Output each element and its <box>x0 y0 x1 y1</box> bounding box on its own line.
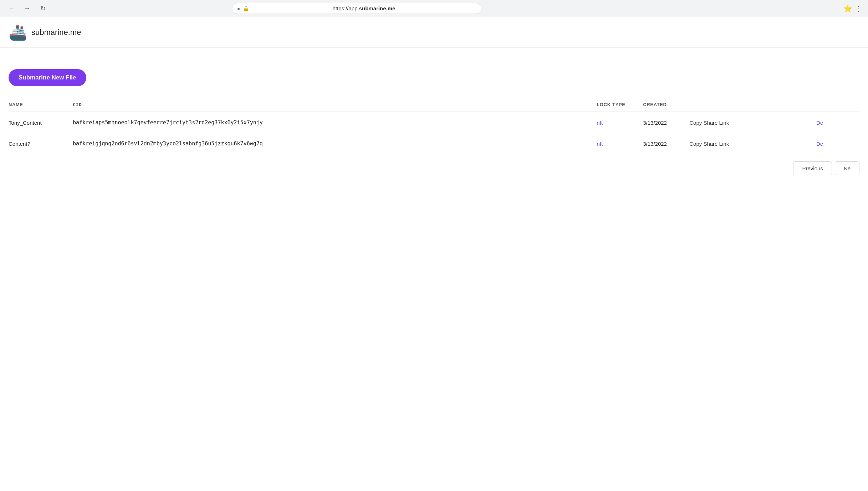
app-header: 🚢 submarine.me <box>0 17 868 48</box>
details-link-1[interactable]: De <box>816 141 823 147</box>
more-options-icon[interactable]: ⋮ <box>855 4 862 13</box>
back-button[interactable]: ← <box>6 3 17 14</box>
cell-details-1: De <box>811 133 859 154</box>
bookmark-star-icon[interactable]: ⭐ <box>843 4 852 13</box>
cell-locktype-1: nft <box>597 133 643 154</box>
details-link-0[interactable]: De <box>816 120 823 126</box>
table-row: Tony_Content bafkreiaps5mhnoeolk7qevfeer… <box>9 112 859 133</box>
table-body: Tony_Content bafkreiaps5mhnoeolk7qevfeer… <box>9 112 859 154</box>
lock-type-link-1[interactable]: nft <box>597 141 603 147</box>
col-header-actions <box>689 98 811 112</box>
cell-name-1: Content? <box>9 133 73 154</box>
lock-icon: 🔒 <box>243 6 249 11</box>
files-table: NAME CID LOCK TYPE CREATED Tony_Content … <box>9 98 859 154</box>
main-content: Submarine New File NAME CID LOCK TYPE CR… <box>0 48 868 184</box>
cell-details-0: De <box>811 112 859 133</box>
pagination-container: Previous Ne <box>9 161 859 175</box>
lock-type-link-0[interactable]: nft <box>597 120 603 126</box>
copy-share-link-1[interactable]: Copy Share Link <box>689 141 729 147</box>
col-header-details <box>811 98 859 112</box>
col-header-cid: CID <box>73 98 597 112</box>
col-header-created: CREATED <box>643 98 689 112</box>
next-button[interactable]: Ne <box>835 161 859 175</box>
submarine-new-file-button[interactable]: Submarine New File <box>9 69 86 86</box>
browser-actions: ⭐ ⋮ <box>843 4 862 13</box>
logo-icon: 🚢 <box>9 24 27 41</box>
copy-share-link-0[interactable]: Copy Share Link <box>689 120 729 126</box>
cell-copy-0: Copy Share Link <box>689 112 811 133</box>
table-header: NAME CID LOCK TYPE CREATED <box>9 98 859 112</box>
reload-button[interactable]: ↻ <box>37 3 48 14</box>
address-text: https://app.submarine.me <box>252 5 476 11</box>
previous-button[interactable]: Previous <box>793 161 832 175</box>
cell-created-0: 3/13/2022 <box>643 112 689 133</box>
logo-text: submarine.me <box>31 28 81 37</box>
app-content: 🚢 submarine.me Submarine New File NAME C… <box>0 17 868 184</box>
forward-button[interactable]: → <box>21 3 33 14</box>
domain-text: submarine.me <box>359 5 395 11</box>
col-header-locktype: LOCK TYPE <box>597 98 643 112</box>
table-header-row: NAME CID LOCK TYPE CREATED <box>9 98 859 112</box>
cell-locktype-0: nft <box>597 112 643 133</box>
cell-copy-1: Copy Share Link <box>689 133 811 154</box>
cell-created-1: 3/13/2022 <box>643 133 689 154</box>
col-header-name: NAME <box>9 98 73 112</box>
table-row: Content? bafkreigjqnq2od6r6svl2dn2mby3yc… <box>9 133 859 154</box>
security-icon: ● <box>237 6 240 11</box>
address-bar[interactable]: ● 🔒 https://app.submarine.me <box>232 3 481 14</box>
cell-cid-1: bafkreigjqnq2od6r6svl2dn2mby3yco2lsabnfg… <box>73 133 597 154</box>
cell-name-0: Tony_Content <box>9 112 73 133</box>
cell-cid-0: bafkreiaps5mhnoeolk7qevfeerre7jrciyt3s2r… <box>73 112 597 133</box>
logo-container: 🚢 submarine.me <box>9 24 81 41</box>
browser-chrome: ← → ↻ ● 🔒 https://app.submarine.me ⭐ ⋮ <box>0 0 868 17</box>
